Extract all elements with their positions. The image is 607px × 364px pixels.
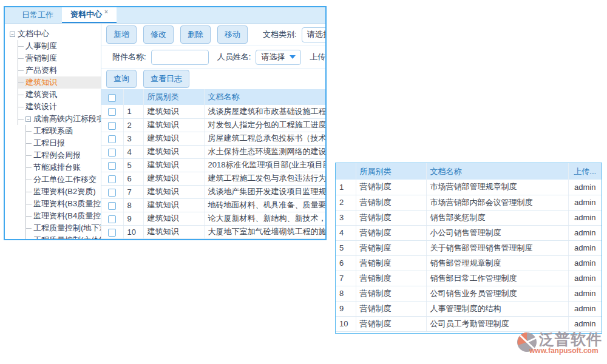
tab-close-icon[interactable]: ×	[104, 8, 108, 15]
attachment-input[interactable]	[151, 50, 209, 65]
table-row[interactable]: 5 营销制度 关于销售部管理销售管理制度 admin	[336, 240, 602, 255]
table-row[interactable]: 1 建筑知识 浅谈房屋建筑和市政基础设施工程施工...	[101, 105, 325, 118]
marketing-documents-table: 所属别类 文档名称 上传... 1 营销制度 市场营销部管理规章制度 admin…	[336, 163, 602, 332]
toolbar-row: 新增修改删除移动 文档类别: 请选择 文档名称:	[101, 24, 325, 46]
tree-item[interactable]: 建筑知识	[18, 76, 101, 89]
row-number: 5	[123, 158, 143, 172]
table-row[interactable]: 8 建筑知识 地砖地面材料、机具准备、质量要求及...	[101, 198, 325, 212]
tab-daily-work[interactable]: 日常工作	[13, 7, 62, 23]
row-category: 建筑知识	[143, 145, 204, 158]
tree-item[interactable]: 营销制度	[18, 52, 101, 64]
row-category: 营销制度	[356, 286, 426, 301]
row-docname: 市场营销部管理规章制度	[426, 180, 568, 195]
table-row[interactable]: 2 建筑知识 对发包人指定分包的工程施工进度安排...	[101, 118, 325, 132]
row-category: 营销制度	[356, 210, 426, 225]
table-row[interactable]: 6 建筑知识 建筑工程施工发包与承包违法行为认定...	[101, 172, 325, 185]
row-checkbox[interactable]	[108, 175, 116, 183]
table-row[interactable]: 10 营销制度 公司员工考勤管理制度 admin	[336, 316, 602, 331]
table-row[interactable]: 5 建筑知识 2018标准化监理项目部(业主项目部)人员...	[101, 158, 325, 172]
category-tree-sidebar: −文档中心 人事制度营销制度产品资料建筑知识建筑资讯建筑设计 −成渝高铁内江标段…	[5, 24, 101, 239]
category-column-header: 所属别类	[143, 89, 204, 105]
table-row[interactable]: 4 建筑知识 水土保持生态环境监测网络的建设与资...	[101, 145, 325, 158]
table-row[interactable]: 8 营销制度 公司销售业务员管理制度 admin	[336, 286, 602, 301]
row-uploader: admin	[568, 271, 602, 286]
row-docname: 公司销售业务员管理制度	[426, 286, 568, 301]
collapse-icon[interactable]: −	[10, 32, 15, 37]
row-docname: 公司员工考勤管理制度	[426, 316, 568, 331]
row-uploader: admin	[568, 286, 602, 301]
documents-table: 所属别类 文档名称 1 建筑知识 浅谈房屋建筑和市政基础设施工程施工... 2 …	[101, 89, 325, 239]
row-category: 建筑知识	[143, 132, 204, 145]
tab-data-center[interactable]: 资料中心 ×	[62, 7, 117, 23]
row-category: 营销制度	[356, 240, 426, 255]
tree-root-document-center[interactable]: −文档中心	[10, 28, 101, 40]
table-row[interactable]: 3 营销制度 销售部奖惩制度 admin	[336, 210, 602, 225]
tree-item[interactable]: 工程联系函	[26, 125, 101, 137]
row-category: 建筑知识	[143, 158, 204, 172]
table-row[interactable]: 7 营销制度 销售部日常工作管理制度 admin	[336, 271, 602, 286]
row-category: 营销制度	[356, 180, 426, 195]
row-category: 营销制度	[356, 195, 426, 210]
table-row[interactable]: 1 营销制度 市场营销部管理规章制度 admin	[336, 180, 602, 195]
tree-item[interactable]: 产品资料	[18, 64, 101, 76]
row-number: 1	[123, 105, 143, 118]
row-checkbox[interactable]	[108, 229, 116, 237]
row-category: 营销制度	[356, 255, 426, 271]
tree-item[interactable]: 建筑设计	[18, 101, 101, 113]
row-checkbox[interactable]	[108, 215, 116, 223]
tree-item[interactable]: 监理资料(B2资质)	[26, 186, 101, 198]
select-all-checkbox[interactable]	[108, 94, 116, 102]
collapse-icon[interactable]: −	[25, 116, 31, 122]
row-category: 营销制度	[356, 225, 426, 240]
docname-column-header: 文档名称	[426, 163, 568, 180]
tree-item[interactable]: 监理资料(B3质量控制)	[26, 198, 101, 210]
row-checkbox[interactable]	[108, 122, 116, 130]
toolbar-button[interactable]: 移动	[217, 25, 248, 44]
query-button[interactable]: 查询	[106, 70, 137, 88]
num-column-header	[123, 89, 143, 105]
tree-item[interactable]: 工程质量控制(主体结构)	[26, 234, 101, 239]
table-row[interactable]: 2 营销制度 市场营销部内部会议管理制度 admin	[336, 195, 602, 210]
table-row[interactable]: 3 建筑知识 房屋建筑工程总承包投标书（技术标）...	[101, 132, 325, 145]
tree-item[interactable]: 人事制度	[18, 40, 101, 52]
tab-bar: 日常工作 资料中心 ×	[5, 7, 325, 24]
table-row[interactable]: 7 建筑知识 浅谈地产集团开发建设项目监理规划编...	[101, 185, 325, 198]
tree-item[interactable]: 工程例会周报	[26, 149, 101, 161]
row-checkbox[interactable]	[108, 108, 116, 116]
table-row[interactable]: 4 营销制度 小公司销售管理制度 admin	[336, 225, 602, 240]
view-log-button[interactable]: 查看日志	[143, 70, 189, 88]
tree-item[interactable]: 节能减排台账	[26, 161, 101, 174]
row-number: 7	[336, 271, 356, 286]
tree-node-project[interactable]: −成渝高铁内江标段项目	[18, 113, 101, 125]
tree-item[interactable]: 分工单位工作移交	[26, 174, 101, 186]
num-column-header	[336, 163, 356, 180]
row-number: 4	[336, 225, 356, 240]
category-select[interactable]: 请选择	[302, 27, 325, 42]
row-uploader: admin	[568, 240, 602, 255]
toolbar-button[interactable]: 新增	[106, 25, 137, 44]
row-checkbox[interactable]	[108, 189, 116, 197]
table-header-row: 所属别类 文档名称 上传...	[336, 163, 602, 180]
row-checkbox[interactable]	[108, 162, 116, 170]
row-category: 建筑知识	[143, 118, 204, 132]
row-checkbox[interactable]	[108, 149, 116, 157]
table-row[interactable]: 6 营销制度 销售部管理规章制度 admin	[336, 255, 602, 271]
row-checkbox[interactable]	[108, 202, 116, 210]
vendor-logo: 泛普软件 www.fanpusoft.com	[516, 331, 602, 355]
row-number: 2	[123, 118, 143, 132]
tree-item[interactable]: 监理资料(B4质量控制)	[26, 210, 101, 222]
row-category: 营销制度	[356, 316, 426, 331]
table-row[interactable]: 9 营销制度 人事管理制度的结构 admin	[336, 301, 602, 316]
toolbar-button[interactable]: 修改	[143, 25, 174, 44]
tree-item[interactable]: 建筑资讯	[18, 89, 101, 101]
tab-label: 资料中心	[70, 9, 102, 20]
row-checkbox[interactable]	[108, 135, 116, 143]
tree-item[interactable]: 工程质量控制(地下室)	[26, 222, 101, 234]
tree-item[interactable]: 工程日报	[26, 137, 101, 149]
table-row[interactable]: 9 建筑知识 论大厦新材料、新结构、新技术，新工...	[101, 212, 325, 225]
toolbar-button[interactable]: 删除	[180, 25, 211, 44]
row-number: 7	[123, 185, 143, 198]
row-uploader: admin	[568, 195, 602, 210]
person-select[interactable]: 请选择	[256, 50, 301, 65]
table-row[interactable]: 10 建筑知识 大厦地下室加气砼墙砌筑工程的施工方...	[101, 225, 325, 238]
